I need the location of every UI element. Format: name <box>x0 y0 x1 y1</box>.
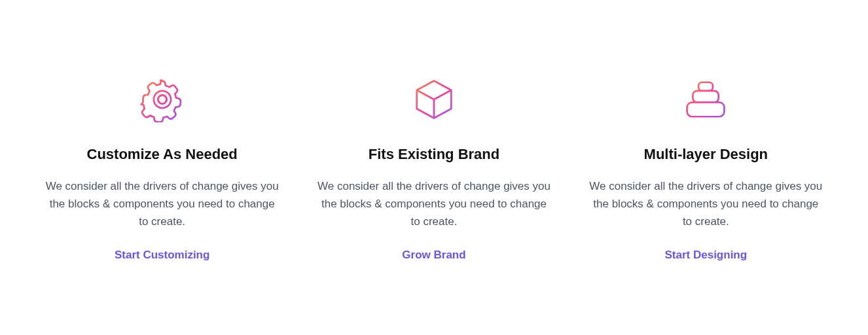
cube-icon <box>411 73 457 126</box>
features-row: Customize As Needed We consider all the … <box>0 73 868 262</box>
start-designing-link[interactable]: Start Designing <box>665 249 748 262</box>
grow-brand-link[interactable]: Grow Brand <box>402 249 465 262</box>
feature-card-layers: Multi-layer Design We consider all the d… <box>583 73 829 262</box>
feature-description: We consider all the drivers of change gi… <box>39 177 285 231</box>
svg-rect-2 <box>693 91 719 103</box>
svg-rect-1 <box>698 82 713 91</box>
feature-card-customize: Customize As Needed We consider all the … <box>39 73 285 262</box>
svg-rect-3 <box>687 102 725 116</box>
feature-title: Customize As Needed <box>87 145 238 164</box>
feature-description: We consider all the drivers of change gi… <box>311 177 556 231</box>
feature-card-brand: Fits Existing Brand We consider all the … <box>311 73 556 262</box>
start-customizing-link[interactable]: Start Customizing <box>115 249 209 262</box>
svg-point-0 <box>158 95 166 103</box>
gear-icon <box>139 73 185 126</box>
feature-title: Fits Existing Brand <box>369 145 499 164</box>
feature-description: We consider all the drivers of change gi… <box>583 177 829 231</box>
layers-icon <box>683 73 729 126</box>
feature-title: Multi-layer Design <box>644 145 768 164</box>
